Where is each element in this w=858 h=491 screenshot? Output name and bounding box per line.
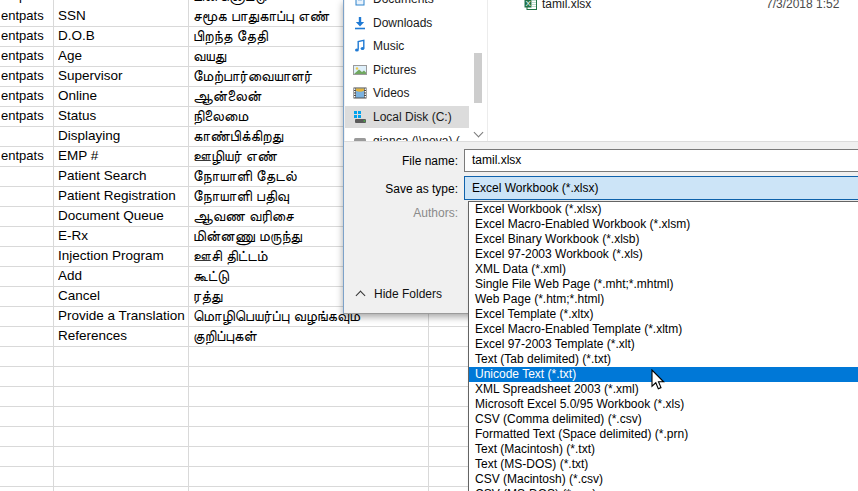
sheet-cell-term[interactable]: Supervisor xyxy=(58,66,187,86)
sidebar-item-documents[interactable]: Documents xyxy=(345,0,469,10)
filetype-option[interactable]: Excel 97-2003 Template (*.xlt) xyxy=(469,337,858,352)
filetype-option[interactable]: CSV (Macintosh) (*.csv) xyxy=(469,472,858,487)
sheet-cell-tamil[interactable]: கூட்டு xyxy=(193,266,229,286)
excel-file-icon: X xyxy=(524,0,537,14)
sheet-cell-term[interactable]: Patient Search xyxy=(58,166,187,186)
filetype-option[interactable]: CSV (Comma delimited) (*.csv) xyxy=(469,412,858,427)
sheet-cell-tamil[interactable]: ரத்து xyxy=(193,286,222,306)
sheet-cell-tamil[interactable]: காண்பிக்கிறது xyxy=(193,126,283,146)
filetype-option[interactable]: Excel Template (*.xltx) xyxy=(469,307,858,322)
hide-folders-button[interactable]: Hide Folders xyxy=(355,285,442,303)
sheet-cell-term[interactable]: Cancel xyxy=(58,286,187,306)
sheet-cell-term[interactable]: Status xyxy=(58,106,187,126)
save-as-type-label: Save as type: xyxy=(344,182,458,196)
documents-icon xyxy=(353,0,367,6)
filetype-option[interactable]: Text (Tab delimited) (*.txt) xyxy=(469,352,858,367)
filetype-option[interactable]: Formatted Text (Space delimited) (*.prn) xyxy=(469,427,858,442)
sheet-cell-tamil[interactable]: நோயாளி தேடல் xyxy=(193,166,297,186)
file-list-pane[interactable]: X tamil.xlsx 7/3/2018 1:52 xyxy=(488,0,858,141)
sheet-cell-tamil[interactable]: ஆன்லைன் xyxy=(193,86,261,106)
chevron-up-icon xyxy=(356,290,366,300)
sheet-cell-term[interactable]: Online xyxy=(58,86,187,106)
sheet-cell-tamil[interactable]: நோயாளி பதிவு xyxy=(193,186,289,206)
pictures-icon xyxy=(353,63,367,77)
file-name-input[interactable]: tamil.xlsx xyxy=(464,149,858,172)
sheet-cell-term[interactable]: Provide a Translation xyxy=(58,306,187,326)
sheet-cell-term[interactable]: Age xyxy=(58,46,187,66)
sidebar-item-gianca-nova[interactable]: gianca (\\nova) ( xyxy=(345,130,469,141)
sheet-cell-col-a[interactable]: entpats xyxy=(1,6,51,26)
sidebar-item-local-disk-c[interactable]: Local Disk (C:) xyxy=(345,106,469,128)
chevron-down-icon xyxy=(474,128,484,138)
sheet-cell-col-a[interactable]: entpats xyxy=(1,66,51,86)
sheet-cell-col-a[interactable]: entpats xyxy=(1,26,51,46)
filetype-option[interactable]: Text (Macintosh) (*.txt) xyxy=(469,442,858,457)
sheet-cell-tamil[interactable]: சமூக பாதுகாப்பு எண் xyxy=(193,6,329,26)
file-row[interactable]: X tamil.xlsx 7/3/2018 1:52 xyxy=(488,0,858,13)
sheet-cell-tamil[interactable]: வயது xyxy=(193,46,226,66)
sheet-cell-tamil[interactable]: மேற்பார்வையாளர் xyxy=(193,66,312,86)
filetype-option[interactable]: Excel Binary Workbook (*.xlsb) xyxy=(469,232,858,247)
mouse-cursor xyxy=(651,369,665,394)
svg-text:X: X xyxy=(526,0,532,8)
file-name-label: File name: xyxy=(344,154,458,168)
sidebar-item-pictures[interactable]: Pictures xyxy=(345,59,469,81)
filetype-option[interactable]: CSV (MS-DOS) (*.csv) xyxy=(469,487,858,491)
filetype-option[interactable]: Excel Macro-Enabled Workbook (*.xlsm) xyxy=(469,217,858,232)
sheet-cell-term[interactable]: Patient Registration xyxy=(58,186,187,206)
file-date-text: 7/3/2018 1:52 xyxy=(766,0,839,11)
sheet-cell-term[interactable]: Injection Program xyxy=(58,246,187,266)
music-icon xyxy=(353,39,367,53)
sheet-cell-col-a[interactable]: entpats xyxy=(1,146,51,166)
local-disk-icon xyxy=(353,110,367,124)
navigation-pane: Documents Downloads Music Pictures Video… xyxy=(345,0,487,141)
dialog-divider xyxy=(344,141,858,142)
sheet-cell-tamil[interactable]: மொழிபெயர்ப்பு வழங்கவும் xyxy=(193,306,360,326)
sheet-cell-col-a[interactable]: entpats xyxy=(1,86,51,106)
sheet-cell-col-a[interactable]: entpats xyxy=(1,46,51,66)
videos-icon xyxy=(353,86,367,100)
filetype-option[interactable]: Excel Macro-Enabled Template (*.xltm) xyxy=(469,322,858,337)
sheet-cell-col-a[interactable]: entpats xyxy=(1,106,51,126)
sheet-cell-tamil[interactable]: ஊழியர் எண் xyxy=(193,146,277,166)
sheet-cell-term[interactable]: EMP # xyxy=(58,146,187,166)
sheet-cell-term[interactable]: Add xyxy=(58,266,187,286)
sheet-cell-term[interactable]: E-Rx xyxy=(58,226,187,246)
sidebar-item-music[interactable]: Music xyxy=(345,35,469,57)
sheet-cell-term[interactable]: Displaying xyxy=(58,126,187,146)
filetype-option[interactable]: Excel 97-2003 Workbook (*.xls) xyxy=(469,247,858,262)
sheet-cell-tamil[interactable]: மின்னணு மருந்து xyxy=(193,226,302,246)
sidebar-item-downloads[interactable]: Downloads xyxy=(345,12,469,34)
sheet-cell-tamil[interactable]: குறிப்புகள் xyxy=(193,326,257,346)
filetype-option[interactable]: Microsoft Excel 5.0/95 Workbook (*.xls) xyxy=(469,397,858,412)
sheet-cell-tamil[interactable]: ஊசி திட்டம் xyxy=(193,246,268,266)
save-as-type-combobox[interactable]: Excel Workbook (*.xlsx) xyxy=(464,176,858,200)
screen: { "colors": { "selection_blue": "#0078d7… xyxy=(0,0,858,491)
sheet-cell-tamil[interactable]: பிறந்த தேதி xyxy=(193,26,268,46)
filetype-option[interactable]: Excel Workbook (*.xlsx) xyxy=(469,202,858,217)
sheet-cell-tamil[interactable]: நிலைமை xyxy=(193,106,248,126)
scroll-down-button[interactable] xyxy=(473,124,483,136)
network-drive-icon xyxy=(353,134,367,141)
filetype-option[interactable]: Text (MS-DOS) (*.txt) xyxy=(469,457,858,472)
sheet-cell-tamil[interactable]: ஆவண வரிசை xyxy=(193,206,294,226)
sheet-cell-term[interactable]: References xyxy=(58,326,187,346)
sheet-cell-term[interactable]: D.O.B xyxy=(58,26,187,46)
filetype-option[interactable]: XML Data (*.xml) xyxy=(469,262,858,277)
sidebar-item-videos[interactable]: Videos xyxy=(345,82,469,104)
sheet-cell-term[interactable]: SSN xyxy=(58,6,187,26)
filetype-option[interactable]: Web Page (*.htm;*.html) xyxy=(469,292,858,307)
file-name-text[interactable]: tamil.xlsx xyxy=(542,0,591,11)
scrollbar-thumb[interactable] xyxy=(474,53,482,103)
filetype-option[interactable]: Single File Web Page (*.mht;*.mhtml) xyxy=(469,277,858,292)
sheet-cell-term[interactable]: Document Queue xyxy=(58,206,187,226)
file-type-dropdown-list: Excel Workbook (*.xlsx)Excel Macro-Enabl… xyxy=(468,201,858,491)
downloads-icon xyxy=(353,16,367,30)
authors-label: Authors: xyxy=(344,206,458,220)
